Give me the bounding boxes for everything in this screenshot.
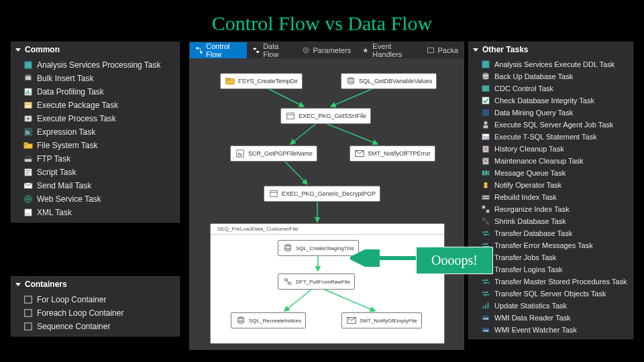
other-item[interactable]: CDC Control Task xyxy=(469,82,633,95)
item-label: Send Mail Task xyxy=(37,180,91,191)
svg-line-60 xyxy=(331,86,378,107)
common-item[interactable]: File System Task xyxy=(11,139,179,152)
other-item[interactable]: Transfer Error Messages Task xyxy=(469,239,633,251)
designer-tab[interactable]: Control Flow xyxy=(190,42,247,58)
designer-tab[interactable]: Event Handlers xyxy=(356,42,421,58)
seq-node-sql-staging[interactable]: SQL_CreateStagingTbls xyxy=(278,240,359,256)
cdc-icon xyxy=(481,84,490,93)
svg-rect-0 xyxy=(25,62,32,69)
agent-icon xyxy=(481,120,490,129)
item-label: Update Statistics Task xyxy=(494,301,567,311)
item-label: Transfer Logins Task xyxy=(494,265,563,275)
node-label: SCR_GetPGPFileName xyxy=(248,150,313,157)
item-label: Data Profiling Task xyxy=(37,86,104,97)
common-item[interactable]: Data Profiling Task xyxy=(11,85,179,99)
svg-rect-21 xyxy=(25,310,32,317)
svg-rect-66 xyxy=(226,78,229,80)
common-item[interactable]: Analysis Services Processing Task xyxy=(11,58,179,72)
item-label: Execute T-SQL Statement Task xyxy=(494,132,597,142)
flow-node-scr-pgp[interactable]: fx SCR_GetPGPFileName xyxy=(230,145,317,162)
toolbox-containers-header[interactable]: Containers xyxy=(11,277,179,292)
item-label: Web Service Task xyxy=(37,194,101,204)
cube-icon xyxy=(23,60,33,70)
mail-icon xyxy=(354,148,365,159)
item-label: History Cleanup Task xyxy=(494,144,564,154)
other-item[interactable]: History Cleanup Task xyxy=(469,143,633,155)
svg-rect-37 xyxy=(485,171,488,176)
flow-node-sql-getvars[interactable]: SQL_GetDBVariableValues xyxy=(341,73,437,89)
params-icon xyxy=(302,46,310,54)
other-item[interactable]: Data Mining Query Task xyxy=(469,107,633,119)
other-item[interactable]: Transfer Master Stored Procedures Task xyxy=(469,276,633,288)
seq-node-sql-recreate[interactable]: SQL_RecreateIndices xyxy=(231,312,306,328)
common-item[interactable]: FTP Task xyxy=(11,152,179,166)
other-item[interactable]: WMIWMI Data Reader Task xyxy=(469,312,633,324)
toolbox-common-panel: Common Analysis Services Processing Task… xyxy=(11,42,180,223)
callout-text: Oooops! xyxy=(431,253,478,267)
common-item[interactable]: Execute Package Task xyxy=(11,99,179,112)
designer-tab[interactable]: Data Flow xyxy=(247,42,297,58)
item-label: Transfer SQL Server Objects Task xyxy=(494,289,606,299)
item-label: Sequence Container xyxy=(37,321,110,332)
other-item[interactable]: Check Database Integrity Task xyxy=(469,95,633,107)
other-item[interactable]: Rebuild Index Task xyxy=(469,191,633,203)
other-item[interactable]: Update Statistics Task xyxy=(469,300,633,312)
toolbox-other-header[interactable]: Other Tasks xyxy=(469,42,633,57)
flow-node-exec-decrypt[interactable]: EXEC_PKG_Generic_DecryptPGP xyxy=(264,186,380,202)
item-label: Script Task xyxy=(37,167,76,178)
svg-text:WMI: WMI xyxy=(483,329,489,333)
db-icon xyxy=(282,243,293,253)
item-label: FTP Task xyxy=(37,154,70,164)
svg-text:fx: fx xyxy=(25,129,30,136)
common-item[interactable]: </>XML Task xyxy=(11,206,179,219)
svg-rect-43 xyxy=(482,206,485,208)
other-item[interactable]: Analysis Services Execute DDL Task xyxy=(469,58,633,70)
container-item[interactable]: Sequence Container xyxy=(11,320,179,333)
common-item[interactable]: Bulk Insert Task xyxy=(11,72,179,85)
ssis-designer: Control FlowData FlowParametersEvent Han… xyxy=(189,42,464,350)
other-item[interactable]: WMIWMI Event Watcher Task xyxy=(469,324,633,336)
common-item[interactable]: Web Service Task xyxy=(11,192,179,206)
svg-rect-27 xyxy=(482,86,490,92)
toolbox-common-header[interactable]: Common xyxy=(11,42,179,57)
other-item[interactable]: Message Queue Task xyxy=(469,167,633,179)
pkg-icon xyxy=(427,46,435,54)
seq-node-smt-empty[interactable]: SMT_NotifyOfEmptyFile xyxy=(341,312,422,328)
svg-point-39 xyxy=(484,182,487,186)
flow-node-exec-ssh[interactable]: EXEC_PKG_GetSSHFile xyxy=(280,108,371,124)
other-item[interactable]: Shrink Database Task xyxy=(469,215,633,227)
control-flow-canvas[interactable]: FSYS_CreateTempDir SQL_GetDBVariableValu… xyxy=(190,58,464,349)
stats-icon xyxy=(481,301,490,310)
other-item[interactable]: Execute SQL Server Agent Job Task xyxy=(469,119,633,131)
other-item[interactable]: Transfer Logins Task xyxy=(469,263,633,276)
other-item[interactable]: Reorganize Index Task xyxy=(469,203,633,215)
designer-tab[interactable]: Parameters xyxy=(297,42,356,58)
svg-rect-42 xyxy=(482,198,490,200)
package-icon xyxy=(285,111,296,121)
common-item[interactable]: Script Task xyxy=(11,166,179,179)
container-item[interactable]: For Loop Container xyxy=(11,293,179,306)
other-item[interactable]: Back Up Database Task xyxy=(469,70,633,82)
flow-node-fsys[interactable]: FSYS_CreateTempDir xyxy=(220,73,303,89)
common-item[interactable]: Send Mail Task xyxy=(11,179,179,192)
other-item[interactable]: SQLExecute T-SQL Statement Task xyxy=(469,131,633,143)
svg-rect-47 xyxy=(488,303,489,309)
designer-tab[interactable]: Packa xyxy=(421,42,464,58)
common-item[interactable]: Execute Process Task xyxy=(11,112,179,125)
other-item[interactable]: Transfer Jobs Task xyxy=(469,251,633,263)
item-label: Back Up Database Task xyxy=(494,72,573,82)
container-item[interactable]: Foreach Loop Container xyxy=(11,306,179,320)
common-item[interactable]: fxExpression Task xyxy=(11,125,179,139)
other-item[interactable]: Transfer Database Task xyxy=(469,227,633,239)
item-label: Maintenance Cleanup Task xyxy=(494,156,584,166)
svg-point-54 xyxy=(254,48,257,50)
flow-node-smt-ftp-error[interactable]: SMT_NotifyOfFTPError xyxy=(350,145,435,162)
item-label: Expression Task xyxy=(37,127,95,137)
sequence-container[interactable]: SEQ_PreLoadData_CustomerFile SQL_CreateS… xyxy=(210,223,445,344)
other-item[interactable]: Transfer SQL Server Objects Task xyxy=(469,288,633,300)
other-item[interactable]: Notify Operator Task xyxy=(469,179,633,191)
seq-node-dft-pull[interactable]: DFT_PullFromRawFile xyxy=(278,274,355,290)
item-label: Rebuild Index Task xyxy=(494,192,557,202)
caret-down-icon xyxy=(15,48,21,52)
other-item[interactable]: Maintenance Cleanup Task xyxy=(469,155,633,167)
